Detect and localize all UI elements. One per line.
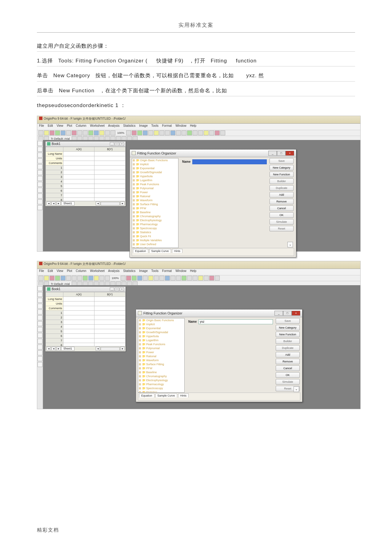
tool-icon[interactable] <box>77 276 82 281</box>
menu-tools[interactable]: Tools <box>151 124 158 127</box>
tree-item[interactable]: Rational <box>132 194 178 198</box>
min-icon[interactable]: _ <box>110 287 114 291</box>
tool-icon[interactable] <box>159 276 164 281</box>
menu-column[interactable]: Column <box>76 124 86 127</box>
menu-edit[interactable]: Edit <box>48 269 53 273</box>
sheet-tab[interactable]: Sheet1 <box>61 202 74 206</box>
tree-item[interactable]: Origin Basic Functions <box>132 158 178 162</box>
row-num[interactable]: 8 <box>46 343 63 346</box>
tab-nav-prev-icon[interactable]: ◂ <box>51 347 56 351</box>
tab-hints[interactable]: Hints <box>178 393 189 397</box>
left-tool-icon[interactable] <box>38 333 42 338</box>
cancel-button[interactable]: Cancel <box>270 206 294 211</box>
tool-icon[interactable] <box>110 130 115 135</box>
left-tool-icon[interactable] <box>38 309 42 314</box>
min-icon[interactable]: _ <box>268 151 277 156</box>
max-icon[interactable]: □ <box>115 142 119 146</box>
tree-item[interactable]: PFW <box>138 366 184 370</box>
tool-icon[interactable] <box>143 276 148 281</box>
left-tool-icon[interactable] <box>38 345 42 349</box>
tree-item[interactable]: Growth/Sigmoidal <box>132 170 178 174</box>
book-window[interactable]: Book1 _ □ × A(X)B(Y) Long Name Units Com… <box>45 141 126 206</box>
tree-item[interactable]: PFW <box>132 206 178 210</box>
name-input[interactable] <box>192 159 267 164</box>
zoom-value[interactable]: 100% <box>117 131 124 134</box>
book-window[interactable]: Book1 _ □ × A(X)B(Y) Long Name Units <box>45 286 126 352</box>
tool-icon[interactable] <box>61 276 66 281</box>
min-icon[interactable]: _ <box>110 142 114 146</box>
menu-analysis[interactable]: Analysis <box>108 124 119 127</box>
tool-icon[interactable] <box>121 276 126 281</box>
tab-equation[interactable]: Equation <box>133 249 148 253</box>
tree-item[interactable]: Electrophysiology <box>132 218 178 222</box>
add-button[interactable]: Add <box>276 352 300 357</box>
row-comments[interactable]: Comments <box>46 306 63 310</box>
row-num[interactable]: 2 <box>46 315 63 320</box>
tool-icon[interactable] <box>154 276 159 281</box>
tool-icon[interactable] <box>154 130 159 135</box>
tool-icon[interactable] <box>105 130 110 135</box>
col-header-a[interactable]: A(X) <box>63 292 94 297</box>
tool-icon[interactable] <box>132 130 137 135</box>
close-icon[interactable]: × <box>120 142 124 146</box>
tool-icon[interactable] <box>209 276 214 281</box>
menu-edit[interactable]: Edit <box>48 124 53 127</box>
row-num[interactable]: 3 <box>46 174 63 179</box>
fitting-function-organizer-dialog[interactable]: Fitting Function Organizer _ □ × Origin … <box>136 309 302 402</box>
tree-item[interactable]: Logarithm <box>132 178 178 182</box>
tree-item[interactable]: Chromatography <box>132 214 178 218</box>
tool-icon[interactable] <box>193 130 198 135</box>
remove-button[interactable]: Remove <box>270 199 294 204</box>
menu-plot[interactable]: Plot <box>67 269 72 273</box>
expand-toggle-icon[interactable]: ⌄ <box>294 386 299 392</box>
tree-item[interactable]: User Defined <box>132 242 178 246</box>
left-tool-icon[interactable] <box>38 321 42 326</box>
menu-plot[interactable]: Plot <box>67 124 72 127</box>
max-icon[interactable]: □ <box>115 287 119 291</box>
tool-icon[interactable] <box>170 276 175 281</box>
tool-icon[interactable] <box>215 130 220 135</box>
left-tool-icon[interactable] <box>38 147 42 152</box>
save-button[interactable]: Save <box>270 158 294 164</box>
tool-icon[interactable] <box>55 276 60 281</box>
tree-item[interactable]: Hyperbola <box>138 334 184 338</box>
simulate-button[interactable]: Simulate <box>270 219 294 225</box>
menu-help[interactable]: Help <box>190 124 197 127</box>
ok-button[interactable]: OK <box>270 212 294 218</box>
tree-item[interactable]: Hyperbola <box>132 174 178 178</box>
tree-item[interactable]: Multiple Variables <box>132 238 178 242</box>
menu-bar[interactable]: File Edit View Plot Column Worksheet Ana… <box>37 124 360 130</box>
close-icon[interactable]: × <box>120 287 124 291</box>
tree-item[interactable]: Spectroscopy <box>138 386 184 390</box>
tree-item[interactable]: Polynomial <box>138 346 184 350</box>
row-num[interactable]: 7 <box>46 338 63 343</box>
menu-tools[interactable]: Tools <box>151 269 158 273</box>
toolbar-1[interactable]: 100% <box>37 275 360 281</box>
row-num[interactable]: 7 <box>46 193 63 198</box>
tree-item[interactable]: Growth/Sigmoidal <box>138 330 184 334</box>
row-num[interactable]: 6 <box>46 188 63 193</box>
tool-icon[interactable] <box>198 276 203 281</box>
left-tool-icon[interactable] <box>38 315 42 320</box>
toolbar-1[interactable]: 100% <box>37 130 360 136</box>
new-function-button[interactable]: New Function <box>276 332 300 337</box>
tree-item[interactable]: Exponential <box>138 326 184 330</box>
tool-icon[interactable] <box>170 130 175 135</box>
fitting-function-organizer-dialog[interactable]: Fitting Function Organizer _ □ × Origin … <box>130 149 296 258</box>
col-corner[interactable] <box>46 147 63 151</box>
tool-icon[interactable] <box>66 130 71 135</box>
tree-item[interactable]: Peak Functions <box>132 182 178 186</box>
left-tool-icon[interactable] <box>38 170 42 175</box>
remove-button[interactable]: Remove <box>276 359 300 364</box>
menu-file[interactable]: File <box>39 269 44 273</box>
tree-item[interactable]: Waveform <box>138 358 184 362</box>
left-tool-icon[interactable] <box>38 327 42 332</box>
tab-nav-first-icon[interactable]: ◂ <box>46 347 51 351</box>
tool-icon[interactable] <box>137 130 142 135</box>
tree-item[interactable]: Baseline <box>132 210 178 214</box>
tree-item[interactable]: Statistics <box>132 230 178 234</box>
tool-icon[interactable] <box>159 130 164 135</box>
left-tool-icon[interactable] <box>38 141 42 146</box>
left-tool-icon[interactable] <box>38 194 42 198</box>
row-num[interactable]: 5 <box>46 329 63 333</box>
